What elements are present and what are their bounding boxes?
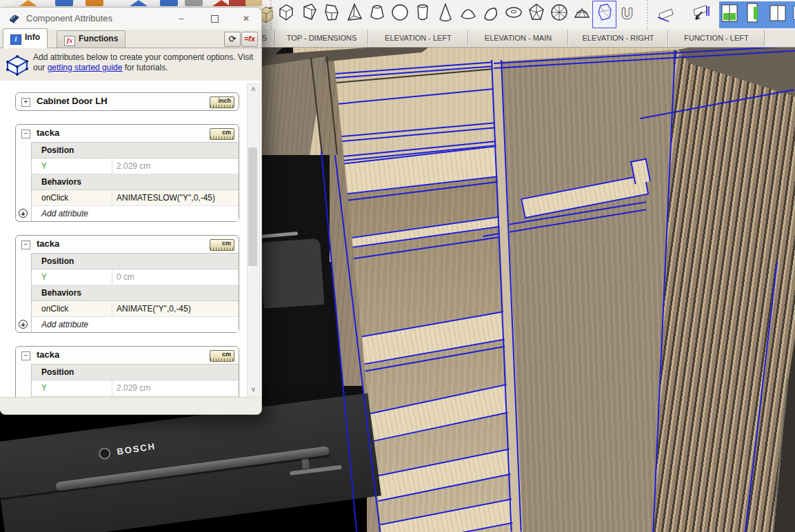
attribute-key: Y <box>32 158 112 174</box>
cone-tool[interactable] <box>434 1 456 28</box>
u-shape-icon: U <box>622 5 633 22</box>
add-attribute-label: Add attribute <box>41 206 88 221</box>
fx-icon: fx <box>64 36 75 46</box>
expand-icon[interactable]: + <box>21 98 30 107</box>
attribute-key: Y <box>32 269 112 285</box>
tab-info[interactable]: iInfo <box>3 28 48 48</box>
section-title: tacka <box>37 127 59 138</box>
close-button[interactable]: ✕ <box>237 12 255 25</box>
component-attributes-dialog: Component Attributes – ✕ iInfo fxFunctio… <box>0 7 262 415</box>
panel-arrow-tool[interactable] <box>683 1 717 28</box>
cube-tool[interactable] <box>274 1 297 28</box>
geosphere-tool[interactable] <box>547 1 570 28</box>
window-tool[interactable] <box>765 1 790 28</box>
panel-icon <box>651 1 683 25</box>
sketchup-logo-icon <box>8 12 21 28</box>
scroll-up-arrow[interactable]: ˄ <box>248 84 259 95</box>
partial-icon <box>212 0 230 6</box>
door-tool[interactable] <box>790 1 795 28</box>
scene-tab-function-left[interactable]: FUNCTION - LEFT <box>668 30 765 46</box>
door-green-tool[interactable] <box>742 1 765 28</box>
geosphere-icon <box>550 1 568 23</box>
refresh-button[interactable]: ⟳ <box>224 32 241 47</box>
hexahedron-icon <box>323 1 341 23</box>
wedge-icon <box>482 1 500 23</box>
section-header[interactable]: −tackacm <box>16 347 239 364</box>
unit-ruler-badge[interactable]: cm <box>210 239 234 251</box>
door-icon <box>790 1 795 25</box>
unit-ruler-badge[interactable]: inch <box>210 96 234 108</box>
oven-peg <box>301 458 310 469</box>
cylinder-icon <box>414 1 432 23</box>
unit-ruler-badge[interactable]: cm <box>210 350 234 362</box>
partial-icon <box>85 0 103 6</box>
cylinder-tool[interactable] <box>411 1 434 28</box>
window-green-tool[interactable] <box>717 1 742 28</box>
scroll-thumb[interactable] <box>248 147 257 266</box>
panel-tool[interactable] <box>651 1 683 28</box>
unit-ruler-badge[interactable]: cm <box>210 128 234 140</box>
section-title: Cabinet Door LH <box>37 96 108 106</box>
dialog-tab-strip: iInfo fxFunctions ⟳ =fx <box>0 30 261 48</box>
attribute-value[interactable]: 2.029 cm <box>112 158 239 174</box>
attribute-section: +Cabinet Door LHinch <box>15 92 239 111</box>
group-header: Position <box>32 143 239 158</box>
attribute-sections: +Cabinet Door LHinch−tackacmPositionY2.0… <box>15 92 239 399</box>
section-header[interactable]: −tackacm <box>16 125 239 142</box>
attribute-section: −tackacmPositionY2.029 cmBehaviors <box>15 346 239 399</box>
panel-tools-group: C <box>647 0 795 30</box>
tab-functions[interactable]: fxFunctions <box>57 30 125 48</box>
dome-tool[interactable] <box>456 1 479 28</box>
collapse-icon[interactable]: − <box>21 241 30 249</box>
attribute-value[interactable]: ANIMATESLOW("Y",0,-45) <box>112 190 239 205</box>
section-header[interactable]: +Cabinet Door LHinch <box>16 93 239 110</box>
dialog-help-band: Add attributes below to create your comp… <box>0 48 261 81</box>
attribute-value[interactable]: 2.029 cm <box>112 380 239 396</box>
dome-icon <box>459 1 477 23</box>
section-body: PositionY2.029 cmBehaviors <box>31 364 239 399</box>
torus-tool[interactable] <box>502 1 525 28</box>
attribute-value[interactable]: 0 cm <box>112 269 239 285</box>
section-header[interactable]: −tackacm <box>16 236 239 253</box>
minimize-button[interactable]: – <box>172 12 190 25</box>
u-shape-tool[interactable]: U <box>616 1 638 28</box>
collapse-icon[interactable]: − <box>21 351 30 360</box>
scrollbar[interactable]: ˄ ˅ <box>247 83 260 396</box>
application-window: BOSCH + U C ESTOP - DIMENSIONSELEVATION … <box>0 0 795 532</box>
dialog-title-bar[interactable]: Component Attributes – ✕ <box>0 8 261 30</box>
add-attribute-row[interactable]: +Add attribute <box>32 317 239 332</box>
scene-tab-elevation-main[interactable]: ELEVATION - MAIN <box>468 30 568 46</box>
add-attribute-button[interactable]: + <box>19 209 28 218</box>
prism-selected-icon <box>596 1 614 23</box>
scene-tab-top-dimensions[interactable]: TOP - DIMENSIONS <box>275 30 368 46</box>
help-text: Add attributes below to create your comp… <box>33 52 255 73</box>
pentahedron-icon <box>300 1 318 23</box>
pentagon-poly-tool[interactable] <box>525 1 547 28</box>
toggle-formulas-button[interactable]: =fx <box>241 32 258 47</box>
attribute-section: −tackacmPositionY0 cmBehaviorsonClickANI… <box>15 235 239 333</box>
dialog-title: Component Attributes <box>26 13 112 23</box>
group-header: Behaviors <box>32 174 239 190</box>
scene-tab-elevation-left[interactable]: ELEVATION - LEFT <box>368 30 468 46</box>
wedge-tool[interactable] <box>479 1 502 28</box>
attribute-row: onClickANIMATE("Y",0,-45) <box>32 301 239 317</box>
maximize-button[interactable] <box>205 12 223 25</box>
attribute-row: Y2.029 cm <box>32 158 239 174</box>
add-attribute-row[interactable]: +Add attribute <box>32 206 239 221</box>
tetrahedron-tool[interactable] <box>343 1 365 28</box>
sphere-icon <box>391 1 409 23</box>
hexahedron-tool[interactable] <box>320 1 343 28</box>
sphere-tool[interactable] <box>388 1 411 28</box>
scroll-down-arrow[interactable]: ˅ <box>248 385 259 396</box>
add-attribute-button[interactable]: + <box>19 320 28 329</box>
scene-tab-elevation-right[interactable]: ELEVATION - RIGHT <box>568 30 668 46</box>
getting-started-link[interactable]: getting started guide <box>48 63 123 72</box>
collapse-icon[interactable]: − <box>21 130 30 139</box>
prism-tool[interactable] <box>593 1 616 28</box>
panel-arrow-icon <box>683 1 717 25</box>
attribute-value[interactable]: ANIMATE("Y",0,-45) <box>112 301 239 316</box>
geodome-tool[interactable] <box>570 1 593 28</box>
pentahedron-tool[interactable] <box>297 1 320 28</box>
frustum-tool[interactable] <box>365 1 388 28</box>
partial-icon <box>160 0 178 6</box>
